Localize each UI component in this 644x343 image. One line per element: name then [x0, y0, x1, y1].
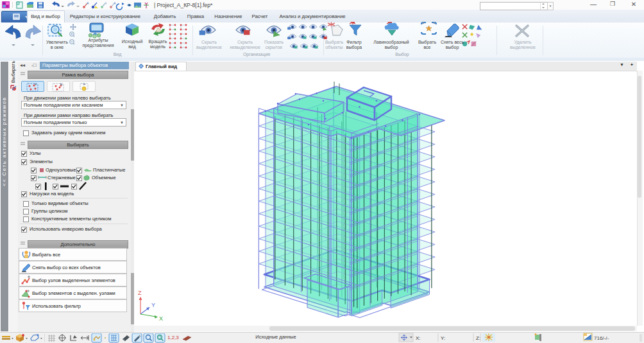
svg-text:716/-/-: 716/-/- [594, 335, 609, 341]
svg-text:Y:: Y: [441, 335, 445, 341]
svg-text:Z:: Z: [476, 335, 480, 341]
svg-text:Y: Y [151, 302, 155, 308]
svg-text:Z: Z [138, 290, 142, 296]
svg-text:X: X [159, 315, 163, 322]
svg-text:1,2,3: 1,2,3 [167, 335, 179, 340]
svg-text:X:: X: [416, 335, 421, 341]
